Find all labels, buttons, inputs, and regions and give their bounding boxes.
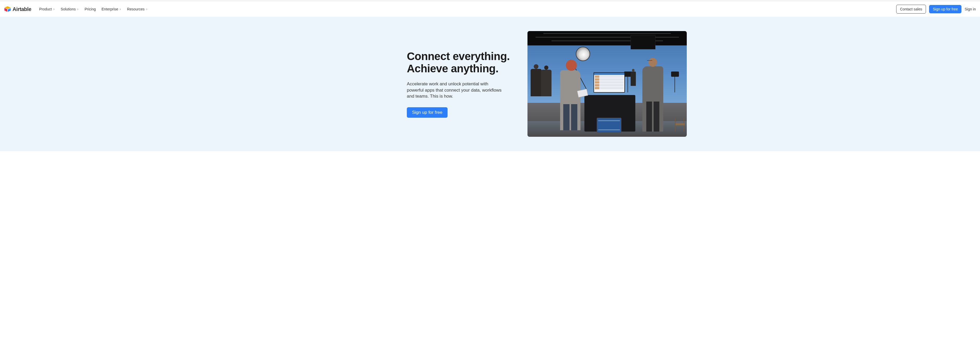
nav-item-product[interactable]: Product: [39, 7, 55, 11]
nav-item-solutions[interactable]: Solutions: [60, 7, 79, 11]
monitor-screen-icon: [593, 72, 625, 93]
chevron-right-icon: [145, 8, 148, 10]
hero-text: Connect everything. Achieve anything. Ac…: [407, 50, 517, 118]
site-header: Airtable Product Solutions Pricing Enter…: [0, 2, 980, 17]
nav-item-pricing[interactable]: Pricing: [84, 7, 96, 11]
signin-link[interactable]: Sign in: [965, 7, 976, 11]
nav-label: Enterprise: [102, 7, 118, 11]
chevron-right-icon: [77, 8, 79, 10]
studio-illustration: [527, 31, 687, 137]
nav-item-resources[interactable]: Resources: [127, 7, 148, 11]
softbox-light-icon: [576, 47, 590, 61]
nav-label: Resources: [127, 7, 145, 11]
person-illustration: [560, 70, 581, 130]
hero-section: Connect everything. Achieve anything. Ac…: [0, 17, 980, 151]
nav-label: Product: [39, 7, 52, 11]
equipment-case-icon: [597, 118, 622, 133]
chevron-right-icon: [53, 8, 55, 10]
airtable-logo-icon: [4, 6, 11, 12]
header-left: Airtable Product Solutions Pricing Enter…: [4, 6, 148, 12]
hero-subheadline: Accelerate work and unlock potential wit…: [407, 81, 506, 100]
person-illustration: [643, 66, 663, 132]
chevron-right-icon: [119, 8, 121, 10]
nav-label: Solutions: [60, 7, 76, 11]
hero-inner: Connect everything. Achieve anything. Ac…: [304, 31, 676, 137]
contact-sales-button[interactable]: Contact sales: [896, 5, 926, 14]
hero-image: [527, 31, 687, 137]
nav-label: Pricing: [84, 7, 96, 11]
nav-item-enterprise[interactable]: Enterprise: [102, 7, 121, 11]
brand-name: Airtable: [13, 6, 31, 12]
primary-nav: Product Solutions Pricing Enterprise Res…: [39, 7, 148, 11]
signup-button[interactable]: Sign up for free: [929, 5, 961, 13]
brand-logo[interactable]: Airtable: [4, 6, 31, 12]
camera-icon: [671, 71, 679, 77]
hero-image-container: [527, 31, 687, 137]
hero-headline: Connect everything. Achieve anything.: [407, 50, 517, 75]
header-right: Contact sales Sign up for free Sign in: [896, 5, 976, 14]
hero-signup-button[interactable]: Sign up for free: [407, 107, 447, 118]
